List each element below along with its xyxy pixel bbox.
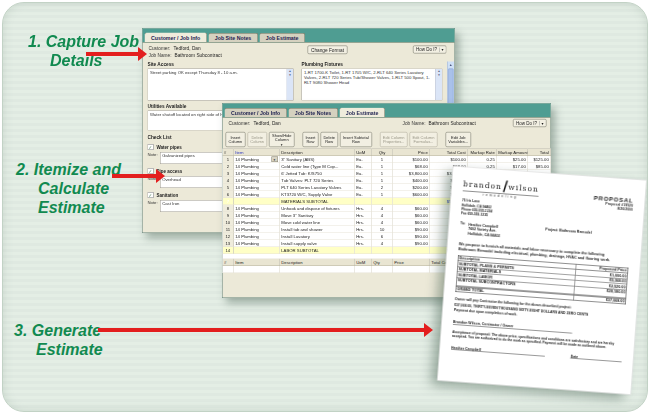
cell-qty[interactable] xyxy=(372,247,393,254)
cell-item[interactable]: 14 Plumbing▾ xyxy=(234,156,280,163)
cell-uom[interactable]: Ea. xyxy=(355,156,372,163)
cell-total_cost[interactable]: $100.00 xyxy=(430,156,468,163)
toolbar-delete-row-button[interactable]: DeleteRow xyxy=(320,132,338,147)
cell-item[interactable]: 14 Plumbing xyxy=(234,170,280,177)
cell-price[interactable]: $3,800.00 xyxy=(393,170,430,177)
scrollbar-icon[interactable]: ▲▼ xyxy=(436,69,443,100)
note-input-water-pipes[interactable]: Galvanized pipes xyxy=(160,152,228,164)
cell-desc[interactable]: 3" Sanitary (ABS) xyxy=(280,156,355,163)
win2-how-do-i-button[interactable]: How Do I?▾ xyxy=(513,119,547,127)
cell-qty[interactable]: 1 xyxy=(372,163,393,170)
cell-num[interactable]: 9 xyxy=(223,212,234,219)
cell-price[interactable] xyxy=(393,247,430,254)
win1-how-do-i-button[interactable]: How Do I?▾ xyxy=(413,46,447,54)
cell-num[interactable]: 7 xyxy=(223,198,234,205)
cell-uom[interactable]: Ea. xyxy=(355,177,372,184)
cell-uom[interactable]: Hrs. xyxy=(355,240,372,247)
cell-price[interactable]: $200.00 xyxy=(393,184,430,191)
cell-item[interactable] xyxy=(234,247,280,254)
cell-uom[interactable] xyxy=(355,198,372,205)
cell-uom[interactable]: Ea. xyxy=(355,163,372,170)
toolbar-insert-subtotal-row-button[interactable]: Insert SubtotalRow xyxy=(340,132,372,147)
cell-item[interactable]: 14 Plumbing xyxy=(234,212,280,219)
cell-markup_amount[interactable]: $25.00 xyxy=(497,156,528,163)
cell-qty[interactable]: 1 xyxy=(372,170,393,177)
cell-desc[interactable]: Unhook and dispose of fixtures xyxy=(280,205,355,212)
cell-uom[interactable]: Hrs. xyxy=(355,233,372,240)
cell-qty[interactable]: 2 xyxy=(372,184,393,191)
cell-item[interactable]: 14 Plumbing xyxy=(234,226,280,233)
tab-job-site-notes[interactable]: Job Site Notes xyxy=(208,33,257,42)
cell-price[interactable]: $90.00 xyxy=(393,226,430,233)
cell-item[interactable]: 14 Plumbing xyxy=(234,177,280,184)
cell-desc[interactable]: 6' Jetted Tub: K/S750 xyxy=(280,170,355,177)
checkbox-water-pipes[interactable]: ✓ xyxy=(148,144,154,150)
cell-desc[interactable]: KT3720 W/C, Supply Valve xyxy=(280,191,355,198)
tab-customer-job-info[interactable]: Customer / Job Info xyxy=(145,33,207,43)
cell-qty[interactable]: 4 xyxy=(372,240,393,247)
cell-num[interactable]: 14 xyxy=(223,247,234,254)
cell-uom[interactable]: Hrs. xyxy=(355,212,372,219)
plumbing-fixtures-textarea[interactable]: 1-RT 1700-K Toilet, 1-RT 1705 W/C, 2-RLT… xyxy=(302,69,443,101)
cell-total[interactable]: $85.00 xyxy=(528,163,551,170)
cell-qty[interactable]: 4 xyxy=(372,205,393,212)
cell-num[interactable]: 13 xyxy=(223,240,234,247)
note-input-pipe-access[interactable]: Overhead xyxy=(160,176,228,188)
cell-desc[interactable]: Install supply valve xyxy=(280,240,355,247)
cell-uom[interactable]: Hrs. xyxy=(355,205,372,212)
tab-job-estimate[interactable]: Job Estimate xyxy=(339,108,385,118)
cell-price[interactable]: $90.00 xyxy=(393,233,430,240)
cell-desc[interactable]: LABOR SUBTOTAL xyxy=(280,247,355,254)
cell-price[interactable]: $600.00 xyxy=(393,191,430,198)
cell-price[interactable]: $60.00 xyxy=(393,212,430,219)
cell-desc[interactable]: Cold water line (Type M Cop... xyxy=(280,163,355,170)
cell-num[interactable]: 4 xyxy=(223,177,234,184)
cell-price[interactable]: $90.00 xyxy=(393,240,430,247)
cell-price[interactable]: $60.00 xyxy=(393,219,430,226)
cell-uom[interactable] xyxy=(355,247,372,254)
cell-uom[interactable]: Hrs. xyxy=(355,219,372,226)
site-access-textarea[interactable]: Street parking OK except Thursday 8 - 10… xyxy=(148,69,294,101)
scroll-up-icon[interactable]: ▲ xyxy=(448,63,455,67)
cell-num[interactable]: 5 xyxy=(223,184,234,191)
cell-qty[interactable]: 10 xyxy=(372,226,393,233)
cell-markup_rate[interactable]: 0.25 xyxy=(468,156,497,163)
cell-num[interactable]: 2 xyxy=(223,163,234,170)
cell-num[interactable]: 10 xyxy=(223,219,234,226)
cell-num[interactable]: 3 xyxy=(223,170,234,177)
cell-desc[interactable]: Install tub and shower xyxy=(280,226,355,233)
cell-item[interactable]: 14 Plumbing xyxy=(234,240,280,247)
cell-desc[interactable]: MATERIALS SUBTOTAL xyxy=(280,198,355,205)
change-format-button[interactable]: Change Format xyxy=(308,46,348,55)
cell-num[interactable]: 11 xyxy=(223,226,234,233)
item-dropdown-icon[interactable]: ▾ xyxy=(271,157,278,163)
cell-desc[interactable]: Move 3" Sanitary xyxy=(280,212,355,219)
cell-uom[interactable]: Hrs. xyxy=(355,226,372,233)
cell-item[interactable]: 14 Plumbing xyxy=(234,205,280,212)
cell-item[interactable]: 14 Plumbing xyxy=(234,219,280,226)
cell-qty[interactable]: 1 xyxy=(372,191,393,198)
cell-price[interactable]: $68.00 xyxy=(393,163,430,170)
scrollbar-icon[interactable]: ▲▼ xyxy=(287,69,294,100)
note-input-sanitation[interactable]: Cast Iron xyxy=(160,200,228,212)
tab-job-estimate[interactable]: Job Estimate xyxy=(259,33,305,42)
cell-price[interactable] xyxy=(393,198,430,205)
cell-qty[interactable]: 1 xyxy=(372,156,393,163)
cell-qty[interactable]: 4 xyxy=(372,219,393,226)
cell-price[interactable]: $100.00 xyxy=(393,156,430,163)
cell-num[interactable]: 8 xyxy=(223,205,234,212)
cell-desc[interactable]: Tub Valves: PLT 720 Series xyxy=(280,177,355,184)
cell-item[interactable] xyxy=(234,198,280,205)
scroll-thumb[interactable] xyxy=(448,69,454,105)
cell-item[interactable]: 14 Plumbing xyxy=(234,163,280,170)
cell-item[interactable]: 14 Plumbing xyxy=(234,233,280,240)
cell-desc[interactable]: Move cold water line xyxy=(280,219,355,226)
cell-qty[interactable]: 4 xyxy=(372,212,393,219)
cell-qty[interactable]: 6 xyxy=(372,233,393,240)
cell-total[interactable]: $125.00 xyxy=(528,156,551,163)
cell-price[interactable]: $400.00 xyxy=(393,177,430,184)
cell-num[interactable]: 6 xyxy=(223,191,234,198)
toolbar-insert-row-button[interactable]: InsertRow xyxy=(302,132,318,147)
cell-qty[interactable]: 1 xyxy=(372,177,393,184)
checkbox-sanitation[interactable]: ✓ xyxy=(148,192,154,198)
